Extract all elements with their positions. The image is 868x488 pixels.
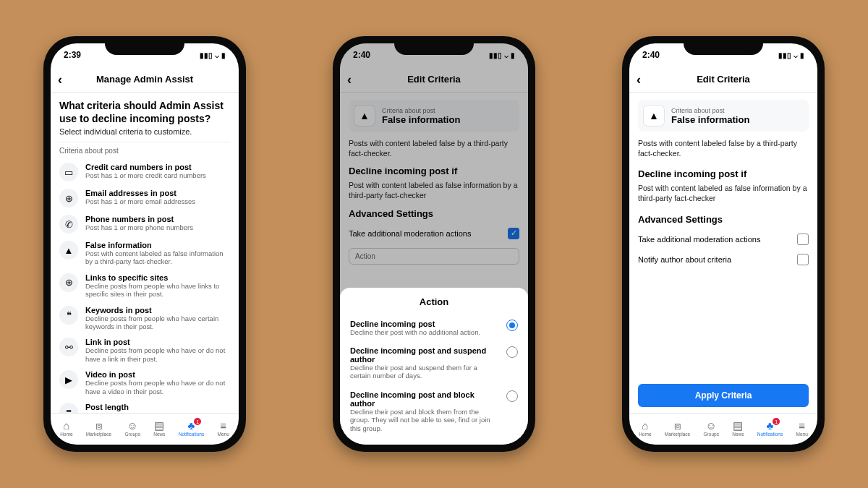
- signal-icon: ▮▮▯: [778, 51, 791, 59]
- tab-groups[interactable]: ☺Groups: [704, 420, 719, 437]
- video-icon: ▶: [59, 370, 78, 389]
- radio-unselected[interactable]: [506, 346, 518, 358]
- criteria-desc: Decline posts from people who have links…: [85, 282, 230, 299]
- tab-notifications[interactable]: ♣1Notifications: [757, 420, 783, 437]
- link-icon: ⚯: [59, 338, 78, 356]
- criteria-title: Email addresses in post: [85, 189, 195, 197]
- page-title: Manage Admin Assist: [96, 74, 193, 85]
- wifi-icon: ⌵: [793, 51, 798, 59]
- home-icon: ⌂: [642, 420, 648, 431]
- action-decline-block[interactable]: Decline incoming post and block authorDe…: [350, 385, 518, 437]
- criteria-title: Phone numbers in post: [85, 215, 193, 223]
- option-label: Take additional moderation actions: [638, 235, 760, 244]
- groups-icon: ☺: [706, 420, 717, 431]
- question-title: What criteria should Admin Assist use to…: [59, 100, 230, 125]
- criteria-credit-card[interactable]: ▭ Credit card numbers in postPost has 1 …: [59, 159, 230, 185]
- tab-marketplace[interactable]: ⧇Marketplace: [86, 420, 111, 437]
- back-button[interactable]: ‹: [637, 72, 641, 87]
- criteria-link[interactable]: ⚯ Link in postDecline posts from people …: [59, 334, 230, 367]
- tab-groups[interactable]: ☺Groups: [125, 420, 140, 437]
- action-decline[interactable]: Decline incoming postDecline their post …: [350, 314, 518, 341]
- battery-icon: ▮: [800, 51, 804, 59]
- criteria-title: Video in post: [85, 370, 230, 379]
- criteria-desc: Post has 1 or more credit card numbers: [85, 171, 206, 179]
- criteria-title: Link in post: [85, 338, 230, 346]
- criteria-desc: Post has 1 or more email addresses: [85, 197, 195, 205]
- card-title: False information: [671, 114, 749, 125]
- content-area[interactable]: What criteria should Admin Assist use to…: [51, 93, 239, 413]
- screen-edit-criteria: 2:40 ▮▮▯ ⌵ ▮ ‹ Edit Criteria ▲ Criteria …: [629, 43, 817, 445]
- action-sheet: Action Decline incoming postDecline thei…: [340, 288, 528, 445]
- criteria-desc: Post with content labeled as false infor…: [85, 249, 230, 266]
- tab-home[interactable]: ⌂Home: [639, 420, 651, 437]
- status-indicators: ▮▮▯ ⌵ ▮: [778, 51, 804, 59]
- battery-icon: ▮: [221, 51, 226, 59]
- status-indicators: ▮▮▯ ⌵ ▮: [200, 51, 226, 59]
- criteria-email[interactable]: ⊕ Email addresses in postPost has 1 or m…: [59, 185, 230, 211]
- status-time: 2:40: [642, 50, 660, 60]
- tab-menu[interactable]: ≡Menu: [218, 420, 229, 437]
- tab-home[interactable]: ⌂Home: [60, 420, 72, 437]
- criteria-desc: Decline posts from people who have certa…: [85, 314, 230, 331]
- criteria-links-sites[interactable]: ⊕ Links to specific sitesDecline posts f…: [59, 270, 230, 302]
- radio-unselected[interactable]: [506, 390, 518, 402]
- option-moderation-actions[interactable]: Take additional moderation actions: [638, 229, 809, 249]
- criteria-desc: Post has 1 or more phone numbers: [85, 223, 193, 231]
- groups-icon: ☺: [127, 420, 138, 431]
- criteria-desc: Decline posts from people who have or do…: [85, 346, 230, 363]
- criteria-title: Post length: [85, 403, 129, 411]
- criteria-post-length[interactable]: ≡ Post length: [59, 399, 230, 413]
- card-label: Criteria about post: [671, 107, 749, 114]
- apply-criteria-button[interactable]: Apply Criteria: [638, 384, 809, 407]
- criteria-title: Keywords in post: [85, 306, 230, 314]
- phone-icon: ✆: [59, 215, 78, 234]
- action-title: Decline incoming post: [350, 320, 480, 328]
- back-button[interactable]: ‹: [58, 72, 62, 87]
- criteria-desc: Decline posts from people who have or do…: [85, 379, 230, 395]
- nav-header: ‹ Edit Criteria: [629, 67, 817, 93]
- length-icon: ≡: [59, 403, 78, 413]
- tab-news[interactable]: ▤News: [732, 420, 744, 437]
- phone-3: 2:40 ▮▮▯ ⌵ ▮ ‹ Edit Criteria ▲ Criteria …: [622, 36, 825, 452]
- notch: [105, 36, 184, 55]
- menu-icon: ≡: [799, 420, 805, 431]
- checkbox-unchecked[interactable]: [797, 234, 809, 245]
- screen-edit-criteria-sheet: 2:40 ▮▮▯ ⌵ ▮ ‹ Edit Criteria ▲ Criteria …: [340, 43, 528, 445]
- tab-marketplace[interactable]: ⧇Marketplace: [665, 420, 690, 437]
- warning-icon: ▲: [644, 106, 664, 126]
- tab-notifications[interactable]: ♣1Notifications: [179, 420, 204, 437]
- home-icon: ⌂: [63, 420, 69, 431]
- signal-icon: ▮▮▯: [200, 51, 213, 59]
- globe-icon: ⊕: [59, 189, 78, 207]
- action-title: Decline incoming post and block author: [350, 390, 499, 408]
- content-area[interactable]: ▲ Criteria about post False information …: [629, 93, 817, 413]
- checkbox-unchecked[interactable]: [797, 254, 809, 265]
- page-title: Edit Criteria: [697, 74, 750, 85]
- criteria-card: ▲ Criteria about post False information: [638, 100, 809, 132]
- notch: [684, 36, 763, 55]
- advanced-heading: Advanced Settings: [638, 214, 809, 225]
- warning-icon: ▲: [59, 241, 78, 260]
- criteria-video[interactable]: ▶ Video in postDecline posts from people…: [59, 367, 230, 399]
- action-decline-suspend[interactable]: Decline incoming post and suspend author…: [350, 341, 518, 385]
- status-time: 2:39: [64, 50, 81, 60]
- news-icon: ▤: [154, 420, 164, 431]
- tab-bar: ⌂Home ⧇Marketplace ☺Groups ▤News ♣1Notif…: [629, 413, 817, 445]
- criteria-keywords[interactable]: ❝ Keywords in postDecline posts from peo…: [59, 302, 230, 335]
- criteria-phone[interactable]: ✆ Phone numbers in postPost has 1 or mor…: [59, 211, 230, 237]
- decline-if-heading: Decline incoming post if: [638, 168, 809, 179]
- section-label: Criteria about post: [59, 142, 230, 155]
- action-desc: Decline their post with no additional ac…: [350, 328, 480, 336]
- tab-menu[interactable]: ≡Menu: [796, 420, 808, 437]
- store-icon: ⧇: [95, 420, 103, 431]
- notch: [394, 36, 474, 55]
- decline-if-desc: Post with content labeled as false infor…: [638, 184, 809, 203]
- criteria-false-info[interactable]: ▲ False informationPost with content lab…: [59, 237, 230, 270]
- criteria-title: Links to specific sites: [85, 273, 230, 282]
- option-notify-author[interactable]: Notify author about criteria: [638, 249, 809, 270]
- chat-icon: ❝: [59, 306, 78, 325]
- radio-selected[interactable]: [506, 320, 518, 331]
- criteria-title: False information: [85, 241, 230, 249]
- option-label: Notify author about criteria: [638, 255, 731, 264]
- tab-news[interactable]: ▤News: [153, 420, 165, 437]
